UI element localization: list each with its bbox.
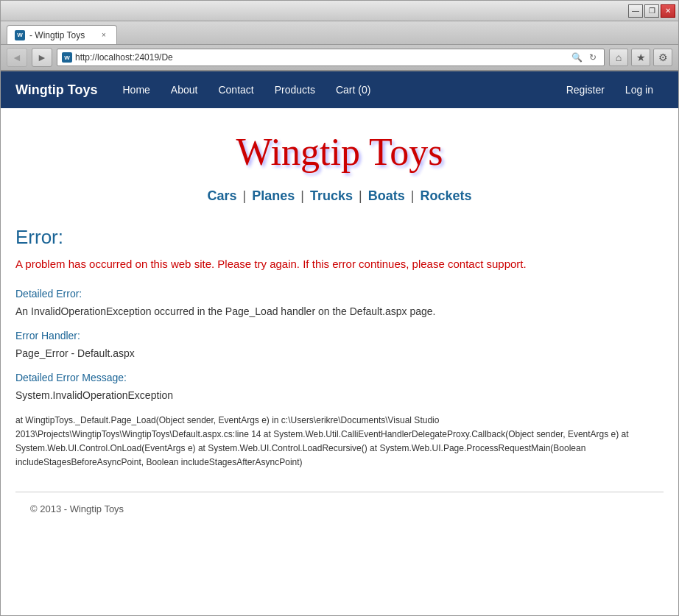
- main-content: Wingtip Toys Cars | Planes | Trucks | Bo…: [1, 108, 678, 615]
- detailed-error-label: Detailed Error:: [15, 288, 664, 300]
- category-boats[interactable]: Boats: [368, 188, 405, 203]
- nav-home[interactable]: Home: [113, 71, 161, 108]
- home-button[interactable]: ⌂: [609, 49, 628, 66]
- site-footer: © 2013 - Wingtip Toys: [15, 492, 664, 525]
- browser-window: — ❐ ✕ W - Wingtip Toys × ◄ ► W http://lo…: [0, 0, 679, 616]
- favorites-button[interactable]: ★: [631, 49, 650, 66]
- category-rockets[interactable]: Rockets: [420, 188, 471, 203]
- tab-title: - Wingtip Toys: [29, 30, 85, 40]
- restore-button[interactable]: ❐: [644, 4, 659, 18]
- sep-1: |: [243, 188, 247, 203]
- nav-register[interactable]: Register: [556, 71, 615, 108]
- back-button[interactable]: ◄: [7, 48, 27, 67]
- nav-about[interactable]: About: [161, 71, 208, 108]
- browser-tools: ⌂ ★ ⚙: [609, 49, 672, 66]
- navbar-nav: Home About Contact Products Cart (0): [113, 71, 556, 108]
- url-actions: 🔍 ↻: [570, 51, 599, 64]
- tab-close-button[interactable]: ×: [99, 30, 109, 40]
- sep-3: |: [359, 188, 362, 203]
- nav-login[interactable]: Log in: [615, 71, 664, 108]
- url-search-icon[interactable]: 🔍: [570, 51, 583, 64]
- address-bar: ◄ ► W http://localhost:24019/De 🔍 ↻ ⌂ ★ …: [1, 45, 678, 71]
- navbar: Wingtip Toys Home About Contact Products…: [1, 71, 678, 108]
- nav-cart[interactable]: Cart (0): [326, 71, 381, 108]
- sep-2: |: [300, 188, 304, 203]
- nav-products[interactable]: Products: [264, 71, 326, 108]
- error-message-value: System.InvalidOperationException: [15, 388, 664, 403]
- error-main-message: A problem has occurred on this web site.…: [15, 256, 664, 273]
- url-refresh-icon[interactable]: ↻: [586, 51, 599, 64]
- category-cars[interactable]: Cars: [207, 188, 236, 203]
- handler-value: Page_Error - Default.aspx: [15, 346, 664, 361]
- category-links: Cars | Planes | Trucks | Boats | Rockets: [15, 188, 664, 204]
- window-controls: — ❐ ✕: [628, 4, 675, 18]
- close-button[interactable]: ✕: [661, 4, 675, 18]
- url-favicon-icon: W: [62, 52, 72, 63]
- tab-favicon-icon: W: [15, 30, 25, 40]
- error-section: Error: A problem has occurred on this we…: [15, 219, 664, 477]
- settings-button[interactable]: ⚙: [653, 49, 672, 66]
- handler-label: Error Handler:: [15, 330, 664, 341]
- url-text: http://localhost:24019/De: [75, 52, 567, 63]
- active-tab[interactable]: W - Wingtip Toys ×: [7, 25, 117, 44]
- stack-trace: at WingtipToys._Default.Page_Load(Object…: [15, 414, 664, 470]
- site-title: Wingtip Toys: [15, 123, 664, 181]
- category-planes[interactable]: Planes: [252, 188, 295, 203]
- navbar-right: Register Log in: [556, 71, 664, 108]
- footer-text: © 2013 - Wingtip Toys: [30, 503, 124, 514]
- tab-bar: W - Wingtip Toys ×: [1, 21, 678, 45]
- minimize-button[interactable]: —: [628, 4, 643, 18]
- url-bar[interactable]: W http://localhost:24019/De 🔍 ↻: [57, 49, 605, 66]
- error-message-label: Detailed Error Message:: [15, 372, 664, 383]
- title-bar: — ❐ ✕: [1, 1, 678, 21]
- sep-4: |: [411, 188, 415, 203]
- nav-contact[interactable]: Contact: [208, 71, 264, 108]
- error-title: Error:: [15, 226, 664, 249]
- category-trucks[interactable]: Trucks: [310, 188, 353, 203]
- detailed-error-value: An InvalidOperationException occurred in…: [15, 304, 664, 319]
- forward-button[interactable]: ►: [32, 48, 52, 67]
- navbar-brand[interactable]: Wingtip Toys: [15, 82, 98, 98]
- website-content: Wingtip Toys Home About Contact Products…: [1, 71, 678, 615]
